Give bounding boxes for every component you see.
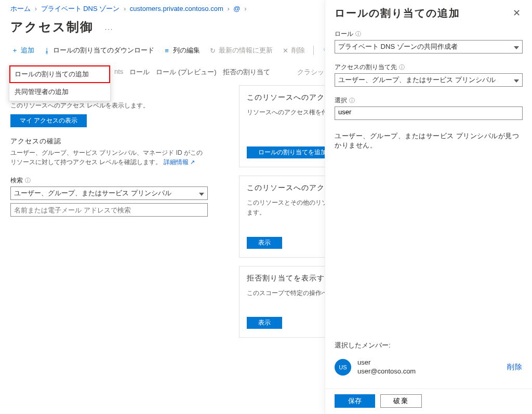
card-deny-button[interactable]: 表示: [247, 317, 282, 329]
tab-partial[interactable]: nts: [114, 65, 123, 79]
toolbar-separator: [313, 46, 314, 55]
search-block: 検索 ユーザー、グループ、またはサービス プリンシパル: [10, 176, 208, 217]
selected-members: 選択したメンバー: US user user@contoso.com 削除: [335, 341, 523, 376]
role-label: ロール: [335, 30, 353, 38]
search-input-wrap[interactable]: [10, 203, 208, 217]
bc-at[interactable]: @: [233, 5, 240, 12]
remove-member-button[interactable]: 削除: [507, 363, 523, 372]
search-input[interactable]: [14, 206, 204, 214]
delete-icon: ✕: [281, 46, 289, 55]
refresh-icon: ↻: [208, 46, 217, 55]
avatar: US: [335, 359, 351, 376]
tab-roles[interactable]: ロール: [129, 65, 150, 79]
search-label-text: 検索: [10, 176, 23, 185]
save-button[interactable]: 保存: [335, 394, 375, 408]
download-icon: ⭳: [43, 46, 51, 55]
columns-icon: ≡: [163, 46, 171, 55]
panel-title: ロールの割り当ての追加: [335, 6, 460, 20]
assign-to-field: アクセスの割り当て先 ユーザー、グループ、またはサービス プリンシパル: [335, 63, 523, 87]
download-button[interactable]: ⭳ ロールの割り当てのダウンロード: [43, 46, 154, 55]
member-email: user@contoso.com: [357, 367, 416, 376]
edit-columns-button[interactable]: ≡ 列の編集: [163, 46, 200, 55]
tab-roles-preview[interactable]: ロール (プレビュー): [156, 65, 216, 79]
download-label: ロールの割り当てのダウンロード: [53, 46, 154, 55]
info-icon: [399, 63, 405, 71]
search-scope-value: ユーザー、グループ、またはサービス プリンシパル: [14, 189, 171, 198]
my-access-desc: このリソースへのアクセス レベルを表示します。: [10, 101, 208, 110]
bc-domain[interactable]: customers.private.contoso.com: [130, 5, 223, 12]
add-menu-coadmin[interactable]: 共同管理者の追加: [9, 83, 110, 101]
search-label: 検索: [10, 176, 208, 185]
chevron-down-icon: [514, 76, 519, 84]
info-icon: [355, 30, 361, 38]
select-input-wrap[interactable]: [335, 106, 523, 120]
refresh-label: 最新の情報に更新: [219, 46, 273, 55]
role-field: ロール プライベート DNS ゾーンの共同作成者: [335, 30, 523, 54]
tab-deny[interactable]: 拒否の割り当て: [223, 65, 270, 79]
role-value: プライベート DNS ゾーンの共同作成者: [338, 42, 458, 51]
add-menu: ロールの割り当ての追加 共同管理者の追加: [9, 65, 111, 101]
close-icon[interactable]: ✕: [511, 6, 523, 20]
search-scope-select[interactable]: ユーザー、グループ、またはサービス プリンシパル: [10, 186, 208, 200]
chevron-down-icon: [514, 43, 519, 51]
left-column: マイ アクセス このリソースへのアクセス レベルを表示します。 マイ アクセスの…: [10, 85, 208, 226]
chevron-down-icon: [199, 190, 204, 197]
select-field: 選択: [335, 96, 523, 120]
add-role-assignment-panel: ロールの割り当ての追加 ✕ ロール プライベート DNS ゾーンの共同作成者 ア…: [325, 0, 532, 414]
refresh-button[interactable]: ↻ 最新の情報に更新: [208, 46, 273, 55]
discard-button[interactable]: 破棄: [380, 394, 422, 408]
not-found-text: ユーザー、グループ、またはサービス プリンシパルが見つかりません。: [335, 131, 523, 150]
delete-button[interactable]: ✕ 削除: [281, 46, 305, 55]
card-view-button[interactable]: 表示: [247, 237, 282, 249]
delete-label: 削除: [291, 46, 305, 55]
bc-zone[interactable]: プライベート DNS ゾーン: [41, 5, 120, 12]
select-input[interactable]: [338, 108, 519, 116]
edit-columns-label: 列の編集: [173, 46, 200, 55]
check-access-block: アクセスの確認 ユーザー、グループ、サービス プリンシパル、マネージド ID が…: [10, 137, 208, 167]
assign-to-label: アクセスの割り当て先: [335, 63, 397, 72]
info-icon: [349, 97, 355, 104]
check-access-desc: ユーザー、グループ、サービス プリンシパル、マネージド ID がこのリソースに対…: [10, 148, 208, 167]
page-title: アクセス制御: [10, 17, 94, 36]
select-label: 選択: [335, 96, 347, 105]
assign-to-select[interactable]: ユーザー、グループ、またはサービス プリンシパル: [335, 73, 523, 87]
selected-members-label: 選択したメンバー:: [335, 341, 523, 350]
plus-icon: ＋: [10, 46, 19, 55]
check-access-link[interactable]: 詳細情報: [164, 158, 195, 166]
my-access-button[interactable]: マイ アクセスの表示: [10, 114, 87, 127]
panel-footer: 保存 破棄: [325, 389, 532, 414]
bc-home[interactable]: ホーム: [10, 5, 31, 12]
title-more-menu[interactable]: ···: [96, 25, 114, 33]
check-access-title: アクセスの確認: [10, 137, 208, 148]
role-select[interactable]: プライベート DNS ゾーンの共同作成者: [335, 40, 523, 54]
info-icon: [25, 177, 31, 184]
member-row: US user user@contoso.com 削除: [335, 358, 523, 376]
add-label: 追加: [21, 46, 34, 55]
add-button[interactable]: ＋ 追加: [10, 46, 34, 55]
add-menu-role-assignment[interactable]: ロールの割り当ての追加: [9, 65, 110, 83]
member-name: user: [357, 358, 416, 367]
assign-to-value: ユーザー、グループ、またはサービス プリンシパル: [338, 75, 496, 85]
